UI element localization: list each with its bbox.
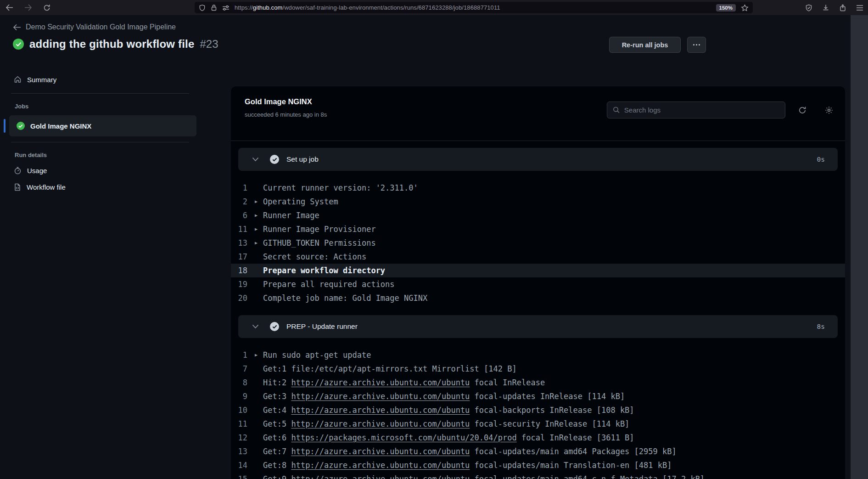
expand-triangle-icon[interactable]: ▶ — [255, 348, 258, 362]
browser-toolbar: https://github.com/wdower/saf-training-l… — [0, 0, 868, 15]
refresh-logs-icon[interactable] — [798, 106, 806, 114]
zoom-level-badge[interactable]: 150% — [716, 4, 736, 11]
log-line-number[interactable]: 7 — [231, 362, 247, 376]
sidebar-item-summary[interactable]: Summary — [0, 71, 200, 88]
url-bar[interactable]: https://github.com/wdower/saf-training-l… — [195, 2, 753, 13]
log-line-text: Get:4 http://azure.archive.ubuntu.com/ub… — [263, 403, 634, 417]
log-line-number[interactable]: 12 — [231, 431, 247, 445]
log-link[interactable]: http://azure.archive.ubuntu.com/ubuntu — [291, 461, 470, 470]
breadcrumb[interactable]: Demo Security Validation Gold Image Pipe… — [13, 23, 176, 31]
step-lines: 1Current runner version: '2.311.0'2▶Oper… — [231, 181, 845, 305]
log-line-number[interactable]: 15 — [231, 472, 247, 479]
log-line-number[interactable]: 14 — [231, 458, 247, 472]
log-line-number[interactable]: 17 — [231, 250, 247, 264]
file-code-icon — [14, 183, 21, 191]
log-line-number[interactable]: 11 — [231, 417, 247, 431]
log-line: 6▶Runner Image — [231, 209, 845, 222]
workflow-name: Demo Security Validation Gold Image Pipe… — [26, 23, 176, 31]
log-line-number[interactable]: 2 — [231, 195, 247, 209]
sidebar-item-workflow-file[interactable]: Workflow file — [0, 179, 200, 195]
log-link[interactable]: http://azure.archive.ubuntu.com/ubuntu — [291, 392, 470, 401]
log-line: 18Prepare workflow directory — [231, 264, 845, 277]
log-line-number[interactable]: 19 — [231, 277, 247, 291]
step-duration: 8s — [817, 323, 825, 330]
log-line-text: Get:1 file:/etc/apt/apt-mirrors.txt Mirr… — [263, 362, 517, 376]
search-logs-box[interactable] — [607, 101, 785, 118]
sidebar-item-job-gold-image-nginx[interactable]: Gold Image NGINX — [9, 115, 196, 136]
sidebar-item-usage[interactable]: Usage — [0, 162, 200, 179]
log-link[interactable]: http://azure.archive.ubuntu.com/ubuntu — [291, 378, 470, 387]
success-check-icon — [13, 39, 24, 50]
chevron-down-icon — [252, 157, 259, 162]
log-step: Set up job 0s 1Current runner version: '… — [231, 148, 845, 305]
url-text[interactable]: https://github.com/wdower/saf-training-l… — [235, 4, 500, 11]
gear-icon[interactable] — [825, 106, 833, 114]
log-line-number[interactable]: 13 — [231, 445, 247, 458]
expand-triangle-icon[interactable]: ▶ — [255, 236, 258, 250]
log-line-text: Hit:2 http://azure.archive.ubuntu.com/ub… — [263, 376, 545, 389]
log-line-text: Get:7 http://azure.archive.ubuntu.com/ub… — [263, 445, 677, 458]
log-line-text: ▶Operating System — [263, 195, 338, 209]
log-line-text: ▶GITHUB_TOKEN Permissions — [263, 236, 376, 250]
run-number: #23 — [200, 38, 218, 51]
log-link[interactable]: http://azure.archive.ubuntu.com/ubuntu — [291, 474, 470, 479]
log-line-text: Get:6 https://packages.microsoft.com/ubu… — [263, 431, 634, 445]
search-logs-input[interactable] — [624, 106, 779, 114]
lock-icon[interactable] — [211, 4, 217, 11]
summary-label: Summary — [27, 76, 56, 84]
log-line-number[interactable]: 9 — [231, 389, 247, 403]
back-icon[interactable] — [6, 4, 13, 11]
log-line-number[interactable]: 18 — [231, 264, 247, 277]
log-line-number[interactable]: 1 — [231, 348, 247, 362]
step-lines: 1▶Run sudo apt-get update7Get:1 file:/et… — [231, 348, 845, 479]
log-line: 17Secret source: Actions — [231, 250, 845, 264]
rerun-all-jobs-button[interactable]: Re-run all jobs — [609, 37, 681, 53]
log-link[interactable]: http://azure.archive.ubuntu.com/ubuntu — [291, 406, 470, 415]
log-line-text: Prepare workflow directory — [263, 264, 385, 277]
shield-check-icon[interactable] — [805, 4, 812, 11]
expand-triangle-icon[interactable]: ▶ — [255, 195, 258, 209]
shield-icon[interactable] — [199, 4, 206, 11]
forward-icon[interactable] — [24, 4, 32, 11]
log-line: 12Get:6 https://packages.microsoft.com/u… — [231, 431, 845, 445]
step-title: PREP - Update runner — [286, 322, 358, 331]
permissions-icon[interactable] — [222, 5, 230, 11]
log-line-number[interactable]: 10 — [231, 403, 247, 417]
step-header[interactable]: PREP - Update runner 8s — [238, 315, 838, 338]
share-icon[interactable] — [839, 4, 846, 11]
jobs-heading: Jobs — [0, 99, 200, 113]
expand-triangle-icon[interactable]: ▶ — [255, 222, 258, 236]
log-link[interactable]: http://azure.archive.ubuntu.com/ubuntu — [291, 447, 470, 456]
expand-triangle-icon[interactable]: ▶ — [255, 209, 258, 222]
log-line-text: Secret source: Actions — [263, 250, 366, 264]
log-line: 8Hit:2 http://azure.archive.ubuntu.com/u… — [231, 376, 845, 389]
job-log-title: Gold Image NGINX — [245, 97, 312, 106]
log-line-text: Get:9 http://azure.archive.ubuntu.com/ub… — [263, 472, 705, 479]
divider — [11, 93, 189, 94]
log-line-number[interactable]: 1 — [231, 181, 247, 195]
log-line: 1Current runner version: '2.311.0' — [231, 181, 845, 195]
log-line-number[interactable]: 8 — [231, 376, 247, 389]
log-line: 1▶Run sudo apt-get update — [231, 348, 845, 362]
log-line: 13Get:7 http://azure.archive.ubuntu.com/… — [231, 445, 845, 458]
log-step: PREP - Update runner 8s 1▶Run sudo apt-g… — [231, 315, 845, 479]
downloads-icon[interactable] — [822, 4, 829, 11]
reload-icon[interactable] — [43, 4, 50, 11]
menu-icon[interactable] — [856, 5, 863, 11]
divider — [11, 142, 189, 142]
scrollbar[interactable] — [851, 15, 868, 479]
log-link[interactable]: http://azure.archive.ubuntu.com/ubuntu — [291, 419, 470, 428]
back-arrow-icon — [13, 24, 21, 31]
log-line-number[interactable]: 20 — [231, 291, 247, 305]
log-line-number[interactable]: 11 — [231, 222, 247, 236]
bookmark-star-icon[interactable] — [741, 4, 749, 11]
run-details-heading: Run details — [0, 148, 200, 162]
kebab-menu-button[interactable] — [687, 37, 706, 53]
log-line-number[interactable]: 13 — [231, 236, 247, 250]
log-line-text: Prepare all required actions — [263, 277, 395, 291]
log-line: 9Get:3 http://azure.archive.ubuntu.com/u… — [231, 389, 845, 403]
step-header[interactable]: Set up job 0s — [238, 148, 838, 171]
log-link[interactable]: https://packages.microsoft.com/ubuntu/20… — [291, 433, 516, 442]
log-line-text: Get:8 http://azure.archive.ubuntu.com/ub… — [263, 458, 672, 472]
log-line-number[interactable]: 6 — [231, 209, 247, 222]
